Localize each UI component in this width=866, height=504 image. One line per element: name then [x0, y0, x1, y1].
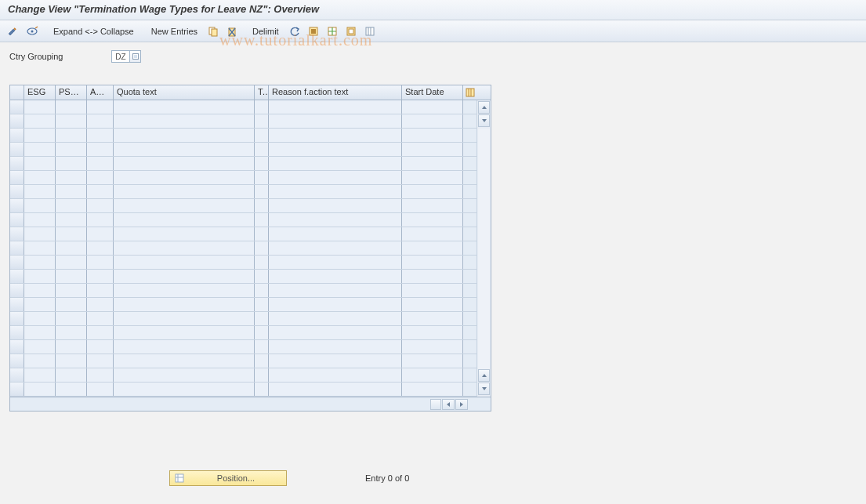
cell-psg[interactable] — [56, 129, 87, 142]
cell-esg[interactable] — [24, 241, 56, 255]
hscroll-right-icon[interactable] — [455, 399, 468, 410]
cell-psg[interactable] — [56, 227, 87, 241]
undo-icon[interactable] — [287, 24, 303, 39]
cell-reason[interactable] — [269, 256, 402, 269]
row-selector[interactable] — [10, 227, 24, 241]
select-block-icon[interactable] — [324, 24, 340, 39]
row-selector[interactable] — [10, 368, 24, 382]
cell-quota[interactable] — [114, 227, 255, 241]
cell-aq[interactable] — [87, 185, 114, 198]
cell-t[interactable] — [255, 312, 269, 325]
cell-quota[interactable] — [114, 340, 255, 354]
cell-start[interactable] — [402, 129, 463, 142]
row-selector[interactable] — [10, 270, 24, 283]
row-selector[interactable] — [10, 256, 24, 269]
scroll-up-icon[interactable] — [478, 101, 490, 114]
row-selector[interactable] — [10, 298, 24, 311]
cell-quota[interactable] — [114, 312, 255, 325]
row-selector[interactable] — [10, 284, 24, 297]
cell-start[interactable] — [402, 114, 463, 128]
cell-esg[interactable] — [24, 298, 56, 311]
row-selector[interactable] — [10, 340, 24, 354]
cell-t[interactable] — [255, 171, 269, 184]
cell-esg[interactable] — [24, 326, 56, 339]
cell-t[interactable] — [255, 284, 269, 297]
cell-start[interactable] — [402, 298, 463, 311]
scroll-down-icon[interactable] — [478, 383, 490, 395]
cell-reason[interactable] — [269, 312, 402, 325]
cell-esg[interactable] — [24, 129, 56, 142]
row-selector[interactable] — [10, 100, 24, 114]
cell-psg[interactable] — [56, 171, 87, 184]
cell-quota[interactable] — [114, 185, 255, 198]
col-reason[interactable]: Reason f.action text — [269, 85, 402, 100]
cell-reason[interactable] — [269, 326, 402, 339]
cell-esg[interactable] — [24, 100, 56, 114]
cell-esg[interactable] — [24, 185, 56, 198]
cell-esg[interactable] — [24, 256, 56, 269]
cell-t[interactable] — [255, 213, 269, 227]
expand-collapse-button[interactable]: Expand <-> Collapse — [49, 27, 139, 36]
cell-reason[interactable] — [269, 185, 402, 198]
cell-reason[interactable] — [269, 383, 402, 396]
cell-start[interactable] — [402, 368, 463, 382]
cell-reason[interactable] — [269, 157, 402, 170]
cell-aq[interactable] — [87, 100, 114, 114]
row-selector[interactable] — [10, 129, 24, 142]
cell-t[interactable] — [255, 114, 269, 128]
cell-psg[interactable] — [56, 298, 87, 311]
new-entries-button[interactable]: New Entries — [147, 27, 202, 36]
cell-psg[interactable] — [56, 354, 87, 368]
table-config-icon[interactable] — [463, 85, 477, 100]
cell-quota[interactable] — [114, 298, 255, 311]
cell-aq[interactable] — [87, 227, 114, 241]
cell-aq[interactable] — [87, 354, 114, 368]
horizontal-scrollbar[interactable] — [10, 397, 491, 411]
cell-quota[interactable] — [114, 326, 255, 339]
row-selector[interactable] — [10, 383, 24, 396]
cell-psg[interactable] — [56, 326, 87, 339]
cell-psg[interactable] — [56, 284, 87, 297]
cell-quota[interactable] — [114, 270, 255, 283]
copy-icon[interactable] — [205, 24, 221, 39]
cell-psg[interactable] — [56, 270, 87, 283]
row-selector[interactable] — [10, 241, 24, 255]
cell-quota[interactable] — [114, 241, 255, 255]
cell-esg[interactable] — [24, 199, 56, 212]
cell-t[interactable] — [255, 270, 269, 283]
cell-start[interactable] — [402, 312, 463, 325]
cell-psg[interactable] — [56, 368, 87, 382]
cell-esg[interactable] — [24, 114, 56, 128]
cell-reason[interactable] — [269, 284, 402, 297]
cell-reason[interactable] — [269, 129, 402, 142]
col-psg[interactable]: PSG... — [56, 85, 87, 100]
cell-psg[interactable] — [56, 340, 87, 354]
cell-start[interactable] — [402, 143, 463, 156]
cell-psg[interactable] — [56, 100, 87, 114]
cell-aq[interactable] — [87, 199, 114, 212]
col-start[interactable]: Start Date — [402, 85, 463, 100]
cell-reason[interactable] — [269, 213, 402, 227]
row-selector[interactable] — [10, 213, 24, 227]
cell-start[interactable] — [402, 213, 463, 227]
col-quota[interactable]: Quota text — [114, 85, 255, 100]
cell-t[interactable] — [255, 241, 269, 255]
cell-psg[interactable] — [56, 143, 87, 156]
cell-aq[interactable] — [87, 270, 114, 283]
cell-t[interactable] — [255, 157, 269, 170]
cell-esg[interactable] — [24, 270, 56, 283]
cell-start[interactable] — [402, 354, 463, 368]
cell-reason[interactable] — [269, 171, 402, 184]
cell-esg[interactable] — [24, 383, 56, 396]
cell-quota[interactable] — [114, 199, 255, 212]
cell-reason[interactable] — [269, 270, 402, 283]
cell-psg[interactable] — [56, 241, 87, 255]
cell-reason[interactable] — [269, 241, 402, 255]
cell-quota[interactable] — [114, 143, 255, 156]
cell-esg[interactable] — [24, 340, 56, 354]
row-selector[interactable] — [10, 171, 24, 184]
cell-t[interactable] — [255, 100, 269, 114]
cell-t[interactable] — [255, 354, 269, 368]
cell-quota[interactable] — [114, 383, 255, 396]
cell-t[interactable] — [255, 340, 269, 354]
